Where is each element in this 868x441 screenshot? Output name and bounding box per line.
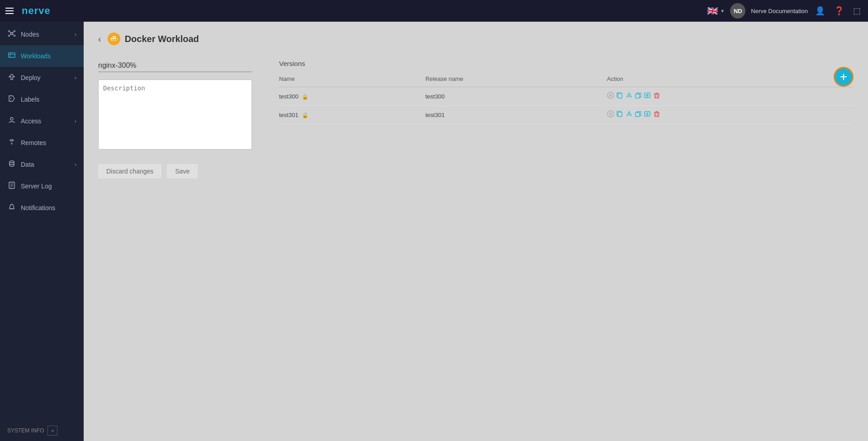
action-cell bbox=[607, 106, 854, 124]
sidebar-item-nodes[interactable]: Nodes › bbox=[0, 23, 84, 45]
sidebar-item-remotes-label: Remotes bbox=[21, 139, 46, 146]
deploy-action-icon[interactable] bbox=[626, 93, 635, 100]
svg-point-1 bbox=[9, 31, 10, 32]
svg-rect-28 bbox=[618, 94, 622, 98]
copy-icon[interactable] bbox=[616, 111, 625, 119]
col-name: Name bbox=[279, 73, 425, 87]
deploy-icon bbox=[7, 73, 16, 82]
back-button[interactable]: ‹ bbox=[98, 34, 101, 44]
workload-name-input[interactable] bbox=[98, 60, 252, 72]
help-icon[interactable]: ❓ bbox=[832, 4, 846, 18]
form-left: Discard changes Save bbox=[98, 60, 252, 178]
access-chevron-icon: › bbox=[75, 118, 76, 124]
svg-rect-40 bbox=[636, 113, 640, 117]
data-icon bbox=[7, 160, 16, 169]
sidebar-item-remotes[interactable]: Remotes bbox=[0, 132, 84, 154]
svg-rect-9 bbox=[9, 53, 15, 57]
hamburger-menu[interactable] bbox=[5, 8, 14, 14]
notifications-icon bbox=[7, 203, 16, 212]
main-content: ‹ Docker Workload bbox=[84, 22, 868, 441]
user-avatar[interactable]: ND bbox=[730, 3, 745, 19]
export-icon[interactable] bbox=[644, 93, 653, 100]
workloads-icon bbox=[7, 52, 16, 61]
sidebar-item-data-label: Data bbox=[21, 161, 34, 168]
sidebar-item-serverlog[interactable]: Server Log bbox=[0, 175, 84, 197]
col-release-name: Release name bbox=[425, 73, 607, 87]
svg-rect-24 bbox=[114, 36, 116, 38]
action-buttons: Discard changes Save bbox=[98, 164, 252, 178]
sidebar-item-workloads[interactable]: Workloads bbox=[0, 45, 84, 67]
serverlog-icon bbox=[7, 182, 16, 191]
table-row: test300 🔒 test300 bbox=[279, 87, 854, 106]
page-header: ‹ Docker Workload bbox=[98, 33, 854, 45]
versions-label: Versions bbox=[279, 60, 305, 67]
sidebar-item-workloads-label: Workloads bbox=[21, 52, 51, 60]
flag-chevron-icon: ▼ bbox=[720, 9, 725, 14]
docker-workload-icon bbox=[108, 33, 120, 45]
svg-point-12 bbox=[10, 98, 11, 99]
action-cell bbox=[607, 87, 854, 106]
versions-header: Versions bbox=[279, 60, 854, 67]
access-icon bbox=[7, 117, 16, 126]
sidebar-item-deploy-label: Deploy bbox=[21, 74, 41, 81]
deploy-chevron-icon: › bbox=[75, 75, 76, 80]
user-profile-icon[interactable]: 👤 bbox=[813, 4, 827, 18]
app-body: Nodes › Workloads Deploy › bbox=[0, 22, 868, 441]
system-info-label: SYSTEM INFO bbox=[7, 427, 44, 434]
version-release-name: test301 bbox=[425, 106, 607, 124]
data-chevron-icon: › bbox=[75, 162, 76, 167]
discard-changes-button[interactable]: Discard changes bbox=[98, 164, 161, 178]
sidebar-item-serverlog-label: Server Log bbox=[21, 183, 52, 190]
nodes-chevron-icon: › bbox=[75, 32, 76, 37]
svg-point-13 bbox=[10, 117, 13, 120]
svg-point-14 bbox=[11, 143, 13, 144]
add-version-wrapper: + bbox=[834, 67, 854, 87]
sidebar-item-notifications[interactable]: Notifications bbox=[0, 197, 84, 219]
cancel-icon[interactable] bbox=[607, 93, 616, 100]
lock-icon: 🔒 bbox=[302, 112, 308, 118]
sidebar-item-access[interactable]: Access › bbox=[0, 110, 84, 132]
table-row: test301 🔒 test301 bbox=[279, 106, 854, 124]
sidebar-bottom: SYSTEM INFO + bbox=[0, 420, 84, 441]
sidebar-item-labels[interactable]: Labels bbox=[0, 89, 84, 110]
version-release-name: test300 bbox=[425, 87, 607, 106]
versions-table: Name Release name Action test300 🔒 test3… bbox=[279, 73, 854, 124]
duplicate-icon[interactable] bbox=[635, 111, 644, 119]
language-selector[interactable]: 🇬🇧 ▼ bbox=[707, 5, 725, 16]
sidebar-item-data[interactable]: Data › bbox=[0, 154, 84, 175]
version-name: test301 🔒 bbox=[279, 106, 425, 124]
svg-line-6 bbox=[13, 32, 14, 33]
labels-icon bbox=[7, 95, 16, 104]
nodes-icon bbox=[7, 30, 16, 39]
sidebar-item-notifications-label: Notifications bbox=[21, 204, 55, 211]
svg-point-2 bbox=[14, 31, 15, 32]
delete-icon[interactable] bbox=[653, 111, 660, 119]
sidebar-item-nodes-label: Nodes bbox=[21, 31, 39, 38]
logout-icon[interactable]: ⬚ bbox=[851, 4, 863, 18]
app-logo: nerve bbox=[22, 5, 51, 17]
delete-icon[interactable] bbox=[653, 93, 660, 100]
form-section: Discard changes Save Versions Name Relea… bbox=[98, 60, 854, 178]
add-version-button[interactable]: + bbox=[834, 67, 854, 87]
topnav: nerve 🇬🇧 ▼ ND Nerve Documentation 👤 ❓ ⬚ bbox=[0, 0, 868, 22]
export-icon[interactable] bbox=[644, 111, 653, 119]
sidebar-item-access-label: Access bbox=[21, 117, 41, 125]
doc-link[interactable]: Nerve Documentation bbox=[751, 8, 808, 14]
description-textarea[interactable] bbox=[98, 80, 252, 150]
copy-icon[interactable] bbox=[616, 93, 625, 100]
lock-icon: 🔒 bbox=[302, 94, 308, 100]
deploy-action-icon[interactable] bbox=[626, 111, 635, 119]
page-title-row: Docker Workload bbox=[108, 33, 199, 45]
cancel-icon[interactable] bbox=[607, 111, 616, 119]
svg-line-5 bbox=[9, 32, 11, 33]
svg-point-3 bbox=[9, 35, 10, 37]
svg-point-15 bbox=[9, 161, 14, 163]
svg-line-7 bbox=[9, 34, 11, 36]
duplicate-icon[interactable] bbox=[635, 93, 644, 100]
svg-line-8 bbox=[13, 34, 14, 36]
remotes-icon bbox=[7, 138, 16, 147]
sidebar-item-deploy[interactable]: Deploy › bbox=[0, 67, 84, 89]
system-info-icon: + bbox=[47, 426, 57, 436]
save-button[interactable]: Save bbox=[167, 164, 198, 178]
system-info-button[interactable]: SYSTEM INFO + bbox=[7, 426, 76, 436]
